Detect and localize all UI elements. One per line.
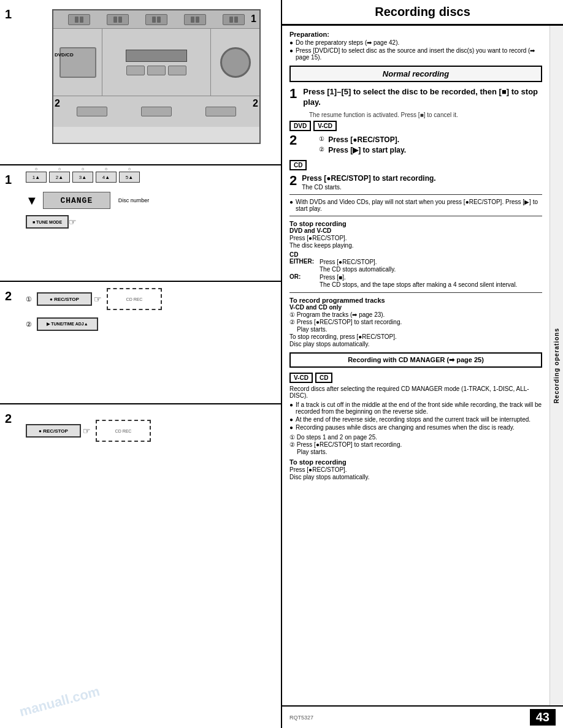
tune-adj-button[interactable]: ▶ TUNE/TIME ADJ▲	[37, 317, 98, 331]
cd-mgr-play: Play starts.	[297, 449, 542, 455]
cd-badge: CD	[289, 160, 307, 170]
page-num-section: RQT5327 43	[282, 705, 563, 728]
disc-buttons-section: 1 ○ 1▲ ○ 2▲ ○ 3▲ ○ 4▲ ○ 5▲	[0, 165, 281, 282]
disc-btn-1[interactable]: 1▲	[26, 172, 47, 183]
disc-btn-4[interactable]: 4▲	[96, 172, 117, 183]
rec-stop-section-cd: 2 ● REC/STOP ☞ CD REC manuall.com	[0, 404, 281, 728]
step2-cd-text: Press [●REC/STOP] to start recording.	[302, 174, 435, 183]
label-1: 1	[251, 13, 256, 25]
slot-indicator	[113, 17, 117, 23]
step2-dvd-substeps: ① Press [●REC/STOP]. ② Press [▶] to star…	[302, 134, 406, 156]
disc-btn-2[interactable]: 2▲	[49, 172, 70, 183]
divider-1	[289, 194, 542, 195]
prep-bullet-2: ● Press [DVD/CD] to select disc as the s…	[289, 47, 542, 61]
disc-btn-5-container: ○ 5▲	[119, 172, 140, 183]
preparation-section: Preparation: ● Do the preparatory steps …	[289, 31, 542, 61]
device-btn	[147, 66, 166, 75]
normal-recording-box: Normal recording	[289, 66, 542, 82]
bottom-stop-text2: Disc play stops automatically.	[289, 474, 542, 480]
dot-3: ○	[82, 167, 84, 171]
prog-step-play: Play starts.	[297, 326, 542, 333]
cd-mgr-step-2: ② Press [●REC/STOP] to start recording.	[289, 441, 542, 448]
sub-step-1-text: Press [●REC/STOP].	[328, 135, 399, 144]
section-number-4: 2	[5, 412, 12, 426]
change-display: CHANGE	[43, 192, 110, 209]
device-btn-bottom-3	[205, 107, 236, 116]
dot-4: ○	[105, 167, 107, 171]
either-label: EITHER:	[289, 258, 317, 273]
cd-manager-steps: ① Do steps 1 and 2 on page 25. ② Press […	[289, 434, 542, 455]
rec-stop-row-1: ① ● REC/STOP ☞ CD REC	[26, 288, 275, 310]
right-content-wrapper: Preparation: ● Do the preparatory steps …	[282, 26, 563, 705]
side-tab: Recording operations	[550, 26, 563, 705]
slot-indicator	[234, 17, 238, 23]
hand-cursor-icon: ☞	[69, 217, 77, 227]
prog-step-2: ② Press [●REC/STOP] to start recording.	[289, 319, 542, 325]
sub-step-2: ② Press [▶] to start play.	[319, 146, 406, 154]
either-text1: Press [●REC/STOP].	[320, 259, 396, 265]
slot-indicator	[157, 17, 161, 23]
cd-manager-cd-badge: CD	[315, 373, 332, 383]
slot-indicator	[229, 17, 233, 23]
device-btn-row	[126, 66, 186, 75]
tune-adj-row: ② ▶ TUNE/TIME ADJ▲	[26, 317, 275, 331]
dvd-vcd-text1: Press [●REC/STOP].	[289, 235, 542, 241]
device-slot-btn-5	[223, 14, 245, 25]
page-title-bar: Recording discs	[282, 0, 563, 26]
disc-btn-4-container: ○ 4▲	[96, 172, 117, 183]
bottom-stop-title: To stop recording	[289, 458, 542, 466]
or-label: OR:	[289, 273, 317, 289]
sub-step-1: ① Press [●REC/STOP].	[319, 135, 406, 144]
device-round-knob	[220, 47, 251, 78]
device-middle-panel	[53, 29, 259, 96]
cd-manager-bullet-2-text: At the end of the reverse side, recordin…	[296, 416, 530, 423]
prog-stop-text: To stop recording, press [●REC/STOP].	[289, 333, 542, 340]
dvd-badge: DVD	[289, 121, 311, 131]
step1-text: Press [1]–[5] to select the disc to be r…	[303, 87, 542, 108]
label-2-right: 2	[253, 98, 258, 109]
down-arrow-icon: ▼	[26, 194, 38, 208]
display-text: CHANGE	[60, 196, 93, 205]
rec-stop-button-cd[interactable]: ● REC/STOP	[26, 424, 81, 438]
hand-cursor-icon-2: ☞	[94, 294, 102, 304]
device-lcd	[126, 50, 187, 62]
slot-indicator	[196, 17, 199, 23]
device-right-area	[210, 29, 259, 96]
main-content: Preparation: ● Do the preparatory steps …	[282, 26, 550, 705]
sub-step-1-num: ①	[319, 135, 324, 142]
rec-stop-row-cd: ● REC/STOP ☞ CD REC	[26, 420, 275, 442]
tune-mode-row: ■ TUNE MODE ☞	[26, 215, 275, 229]
tune-mode-button[interactable]: ■ TUNE MODE	[26, 215, 69, 229]
circle2-row: ② ▶ TUNE/TIME ADJ▲	[26, 317, 275, 331]
disc-btn-3[interactable]: 3▲	[72, 172, 93, 183]
prep-bullet-2-text: Press [DVD/CD] to select disc as the sou…	[296, 47, 542, 61]
circle1-row: ① ● REC/STOP ☞ CD REC	[26, 288, 275, 310]
device-image-section: 1	[0, 0, 281, 165]
circle1-label: ①	[26, 295, 32, 303]
disc-btn-5[interactable]: 5▲	[119, 172, 140, 183]
device-slot-btn-4	[184, 14, 206, 25]
circle2-label: ②	[26, 320, 32, 328]
cd-manager-bullet-3: ● Recording pauses while discs are chang…	[289, 424, 542, 431]
hand-cursor-icon-3: ☞	[83, 426, 91, 436]
cd-manager-box: Recording with CD MANAGER (➡ page 25)	[289, 352, 542, 368]
either-content: Press [●REC/STOP]. The CD stops automati…	[320, 258, 396, 273]
dashed-box-1: CD REC	[107, 288, 162, 310]
step2-dvd: 2 ① Press [●REC/STOP]. ② Press [▶] to st…	[289, 134, 542, 156]
cd-manager-bullet-3-text: Recording pauses while discs are changin…	[296, 424, 515, 431]
cd-manager-bullet-1-text: If a track is cut off in the middle at t…	[296, 401, 542, 415]
step2-dvd-number: 2	[289, 134, 297, 147]
cd-manager-vcd-badge: V-CD	[289, 373, 313, 383]
rec-stop-button-1[interactable]: ● REC/STOP	[37, 292, 92, 306]
bottom-stop-recording: To stop recording Press [●REC/STOP]. Dis…	[289, 458, 542, 480]
sub-step-2-text: Press [▶] to start play.	[328, 146, 406, 154]
slot-indicator	[75, 17, 79, 23]
dvd-vcd-badges: DVD V-CD	[289, 121, 542, 131]
vcd-badge: V-CD	[313, 121, 337, 131]
device-btn	[126, 66, 145, 75]
label-2-left: 2	[55, 98, 60, 109]
cd-manager-text: Recording with CD MANAGER (➡ page 25)	[348, 356, 484, 363]
right-panel: Recording discs Preparation: ● Do the pr…	[282, 0, 563, 728]
prog-step-1: ① Program the tracks (➡ page 23).	[289, 311, 542, 318]
device-slot-btn-2	[107, 14, 129, 25]
